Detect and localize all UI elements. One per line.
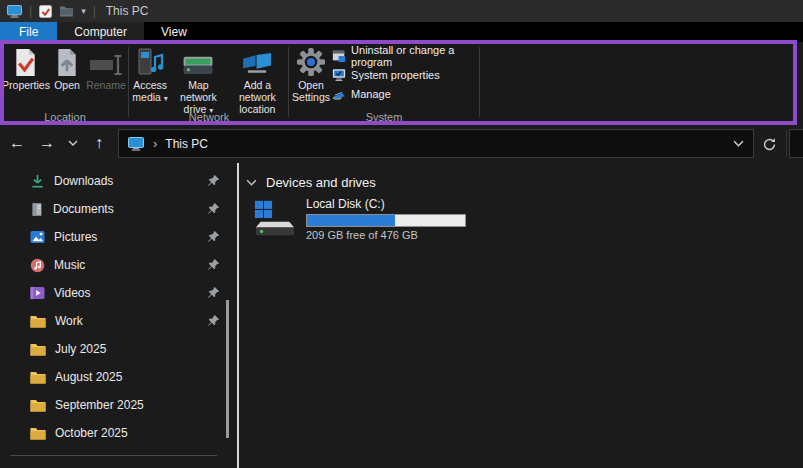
tab-computer[interactable]: Computer: [57, 22, 144, 42]
disk-usage-bar: [306, 214, 466, 227]
drive-free-space: 209 GB free of 476 GB: [306, 229, 466, 241]
access-media-icon: [136, 46, 164, 77]
system-properties-button[interactable]: System properties: [332, 67, 478, 82]
uninstall-program-button[interactable]: Uninstall or change a program: [332, 48, 478, 63]
this-pc-app-icon: [7, 5, 22, 18]
pin-icon: [207, 174, 220, 187]
breadcrumb-separator: ›: [153, 136, 157, 151]
back-button[interactable]: ←: [4, 130, 30, 156]
refresh-button[interactable]: [757, 132, 781, 156]
sidebar-scrollbar-thumb[interactable]: [226, 300, 229, 438]
up-button[interactable]: ↑: [86, 130, 112, 156]
folder-icon: [30, 399, 46, 412]
sidebar-item-videos[interactable]: Videos: [0, 279, 224, 307]
folder-icon: [30, 343, 46, 356]
devices-and-drives-header[interactable]: Devices and drives: [246, 175, 376, 190]
open-icon: [55, 46, 79, 77]
sidebar-item-downloads[interactable]: Downloads: [0, 167, 224, 195]
music-icon: [30, 258, 45, 273]
rename-icon: [89, 46, 123, 77]
file-explorer-window: | ▾ | This PC File Computer View Propert…: [0, 0, 803, 468]
window-title: This PC: [106, 4, 149, 18]
ribbon-group-separator: [479, 47, 480, 117]
sidebar-bottom-divider: [10, 455, 217, 456]
folder-icon: [30, 315, 46, 328]
this-pc-icon: [128, 137, 144, 151]
sidebar-item-september-2025[interactable]: September 2025: [0, 391, 224, 419]
tab-file[interactable]: File: [0, 22, 57, 42]
ribbon-group-separator: [128, 47, 129, 117]
add-network-location-icon: [241, 46, 274, 77]
uninstall-program-icon: [332, 49, 346, 63]
address-bar[interactable]: › This PC: [118, 129, 754, 158]
open-button[interactable]: Open: [49, 45, 85, 91]
file-list-pane: Devices and drives Local Disk (C:): [240, 163, 803, 468]
manage-icon: [332, 87, 346, 101]
address-dropdown-chevron-icon[interactable]: [733, 140, 744, 147]
sidebar-item-pictures[interactable]: Pictures: [0, 223, 224, 251]
pin-icon: [207, 202, 220, 215]
ribbon-group-network: Access media ▾ Map network drive ▾ Add a…: [130, 45, 288, 124]
collapse-chevron-icon[interactable]: [246, 179, 257, 186]
map-network-drive-icon: [181, 46, 215, 77]
properties-button[interactable]: Properties: [3, 45, 49, 91]
map-network-drive-button[interactable]: Map network drive ▾: [170, 45, 227, 117]
open-settings-button[interactable]: Open Settings: [290, 45, 332, 103]
ribbon-group-label: Network: [130, 111, 288, 123]
pictures-icon: [30, 230, 45, 244]
sidebar-item-october-2025[interactable]: October 2025: [0, 419, 224, 447]
access-media-button[interactable]: Access media ▾: [130, 45, 170, 105]
add-network-location-button[interactable]: Add a network location: [227, 45, 288, 115]
title-bar: | ▾ | This PC: [0, 0, 803, 22]
properties-icon: [13, 46, 39, 77]
breadcrumb-location: This PC: [165, 137, 208, 151]
customize-toolbar-caret-icon[interactable]: ▾: [81, 6, 86, 16]
ribbon-group-label: Location: [3, 111, 127, 123]
pin-icon: [207, 230, 220, 243]
documents-icon: [30, 202, 44, 217]
sidebar-item-documents[interactable]: Documents: [0, 195, 224, 223]
content-area: Downloads Documents Pictures: [0, 163, 803, 468]
titlebar-separator: |: [29, 5, 32, 17]
pin-icon: [207, 258, 220, 271]
titlebar-separator: |: [93, 5, 96, 17]
recent-locations-chevron-icon[interactable]: [60, 130, 86, 156]
ribbon: Properties Open Rename Location: [0, 42, 797, 124]
downloads-icon: [30, 174, 45, 189]
pane-divider[interactable]: [237, 163, 239, 468]
videos-icon: [30, 286, 45, 300]
pin-icon: [207, 314, 220, 327]
disk-usage-fill: [307, 215, 395, 226]
drive-name: Local Disk (C:): [306, 197, 466, 211]
folder-icon: [30, 427, 46, 440]
forward-button[interactable]: →: [34, 130, 60, 156]
ribbon-group-label: System: [290, 111, 478, 123]
ribbon-group-location: Properties Open Rename Location: [3, 45, 127, 124]
quick-access-properties-icon[interactable]: [39, 5, 52, 18]
folder-icon: [30, 371, 46, 384]
navigation-pane: Downloads Documents Pictures: [0, 163, 237, 468]
sidebar-item-work[interactable]: Work: [0, 307, 224, 335]
sidebar-item-july-2025[interactable]: July 2025: [0, 335, 224, 363]
ribbon-group-system: Open Settings Uninstall or change a prog…: [290, 45, 478, 124]
ribbon-group-separator: [288, 47, 289, 117]
sidebar-item-music[interactable]: Music: [0, 251, 224, 279]
manage-button[interactable]: Manage: [332, 86, 478, 101]
tab-view[interactable]: View: [144, 22, 204, 42]
search-box[interactable]: [789, 129, 803, 158]
rename-button[interactable]: Rename: [85, 45, 127, 91]
settings-gear-icon: [296, 46, 326, 77]
ribbon-tab-row: File Computer View: [0, 22, 803, 42]
navigation-bar: ← → ↑ › This PC: [0, 124, 803, 163]
navbar-separator: [786, 130, 787, 157]
hard-drive-icon: [252, 197, 296, 241]
quick-access-new-folder-icon[interactable]: [59, 5, 74, 17]
system-properties-icon: [332, 68, 346, 82]
pin-icon: [207, 286, 220, 299]
dropdown-caret-icon: ▾: [164, 94, 168, 103]
drive-local-disk-c[interactable]: Local Disk (C:) 209 GB free of 476 GB: [252, 197, 466, 241]
sidebar-item-august-2025[interactable]: August 2025: [0, 363, 224, 391]
